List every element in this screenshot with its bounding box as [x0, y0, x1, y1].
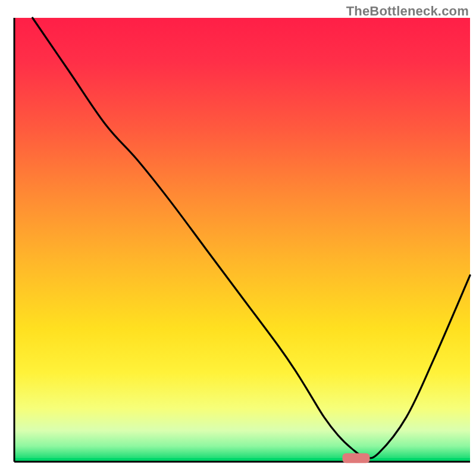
plot-background	[14, 18, 470, 462]
watermark-label: TheBottleneck.com	[346, 4, 469, 19]
chart-container: TheBottleneck.com	[0, 0, 476, 476]
optimal-range-marker	[343, 453, 370, 463]
bottleneck-chart	[0, 0, 476, 476]
